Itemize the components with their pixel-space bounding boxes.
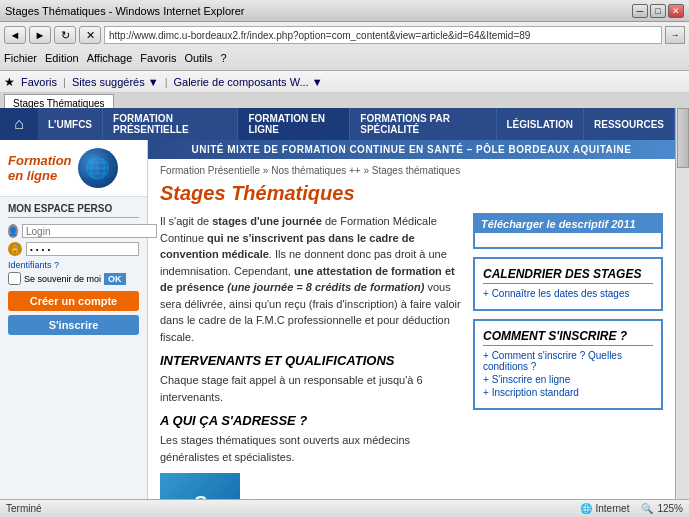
descriptif-header[interactable]: Télécharger le descriptif 2011 [475,215,661,233]
refresh-button[interactable]: ↻ [54,26,76,44]
login-row: 👤 [8,224,139,238]
remember-checkbox[interactable] [8,272,21,285]
breadcrumb: Formation Présentielle » Nos thématiques… [160,165,663,176]
inscrire-title: Comment s'inscrire ? [483,329,653,346]
nav-formations-specialite[interactable]: FORMATIONS PAR SPÉCIALITÉ [350,108,496,140]
scrollbar-thumb[interactable] [677,108,689,168]
inscrire-link2[interactable]: S'inscrire en ligne [483,374,653,385]
page-title: Stages Thématiques [160,182,663,205]
sidebar: Formation en ligne 🌐 Mon Espace Perso 👤 … [0,140,148,499]
maximize-button[interactable]: □ [650,4,666,18]
content-area: Unité Mixte de Formation Continue en San… [148,140,675,499]
content-left: Il s'agit de stages d'une journée de For… [160,213,463,499]
menu-fichier[interactable]: Fichier [4,52,37,64]
vertical-scrollbar[interactable] [675,108,689,499]
fav-sites[interactable]: Sites suggérés ▼ [72,76,159,88]
page-content: ⌂ L'UMFCS FORMATION PRÉSENTIELLE FORMATI… [0,108,675,499]
favorites-bar: ★ Favoris | Sites suggérés ▼ | Galerie d… [0,71,689,93]
home-nav-button[interactable]: ⌂ [0,108,38,140]
browser-toolbar: ◄ ► ↻ ✕ → Fichier Edition Affichage Favo… [0,22,689,71]
creer-compte-button[interactable]: Créer un compte [8,291,139,311]
intro-text: Il s'agit de stages d'une journée de For… [160,213,463,345]
stop-button[interactable]: ✕ [79,26,101,44]
sidebar-espace-perso: Mon Espace Perso 👤 🔒 •••• Identifiants ?… [0,197,147,341]
content-body: Il s'agit de stages d'une journée de For… [160,213,663,499]
nav-umfcs[interactable]: L'UMFCS [38,108,103,140]
logo-globe-icon: 🌐 [78,148,118,188]
sidebar-section-title: Mon Espace Perso [8,203,139,218]
fav-galerie[interactable]: Galerie de composants W... ▼ [174,76,323,88]
section1-title: Intervenants et qualifications [160,353,463,368]
content-header-strip: Unité Mixte de Formation Continue en San… [148,140,675,159]
user-icon: 👤 [8,224,18,238]
nav-formation-ligne[interactable]: FORMATION EN LIGNE [238,108,350,140]
right-box-descriptif: Télécharger le descriptif 2011 [473,213,663,249]
nav-ressources[interactable]: RESSOURCES [584,108,675,140]
remember-label: Se souvenir de moi [24,274,101,284]
nav-legislation[interactable]: LÉGISLATION [497,108,584,140]
calendrier-link[interactable]: Connaître les dates des stages [483,288,653,299]
password-row: 🔒 •••• [8,242,139,256]
calendrier-title: Calendrier des stages [483,267,653,284]
inscrire-link3[interactable]: Inscription standard [483,387,653,398]
logo-en-ligne: en ligne [8,168,72,183]
menu-bar: Fichier Edition Affichage Favoris Outils… [4,48,685,68]
fav-favoris[interactable]: Favoris [21,76,57,88]
address-input[interactable] [104,26,662,44]
section1-text: Chaque stage fait appel à un responsable… [160,372,463,405]
password-input[interactable]: •••• [26,242,139,256]
menu-favoris[interactable]: Favoris [140,52,176,64]
address-row: ◄ ► ↻ ✕ → [4,24,685,46]
sidebar-logo: Formation en ligne 🌐 [0,140,147,197]
zone-text: Internet [596,503,630,514]
go-button[interactable]: → [665,26,685,44]
stage-image: S [160,473,240,499]
forward-button[interactable]: ► [29,26,51,44]
ok-button[interactable]: OK [104,273,126,285]
zone-icon: 🌐 [580,503,592,514]
nav-formation-presentielle[interactable]: FORMATION PRÉSENTIELLE [103,108,238,140]
menu-help[interactable]: ? [221,52,227,64]
section2-text: Les stages thématiques sont ouverts aux … [160,432,463,465]
status-text: Terminé [6,503,42,514]
status-right: 🌐 Internet 🔍 125% [580,503,684,514]
home-icon: ⌂ [14,115,24,133]
top-nav: ⌂ L'UMFCS FORMATION PRÉSENTIELLE FORMATI… [0,108,675,140]
logo-formation: Formation [8,153,72,168]
logo-text: Formation en ligne [8,153,72,183]
title-bar: Stages Thématiques - Windows Internet Ex… [0,0,689,22]
right-box-calendrier: Calendrier des stages Connaître les date… [473,257,663,311]
main-layout: Formation en ligne 🌐 Mon Espace Perso 👤 … [0,140,675,499]
login-input[interactable] [22,224,157,238]
inscrire-link1[interactable]: Comment s'inscrire ? Quelles conditions … [483,350,653,372]
status-left: Terminé [6,503,42,514]
window-title: Stages Thématiques - Windows Internet Ex… [5,5,632,17]
window-controls[interactable]: ─ □ ✕ [632,4,684,18]
nav-links: L'UMFCS FORMATION PRÉSENTIELLE FORMATION… [38,108,675,140]
section2-title: A qui ça s'adresse ? [160,413,463,428]
minimize-button[interactable]: ─ [632,4,648,18]
status-bar: Terminé 🌐 Internet 🔍 125% [0,499,689,517]
sinscrire-button[interactable]: S'inscrire [8,315,139,335]
zoom-level: 🔍 [641,503,653,514]
menu-affichage[interactable]: Affichage [87,52,133,64]
right-box-inscrire: Comment s'inscrire ? Comment s'inscrire … [473,319,663,410]
back-button[interactable]: ◄ [4,26,26,44]
menu-outils[interactable]: Outils [184,52,212,64]
remember-row: Se souvenir de moi OK [8,272,139,285]
lock-icon: 🔒 [8,242,22,256]
content-right: Télécharger le descriptif 2011 Calendrie… [473,213,663,499]
menu-edition[interactable]: Edition [45,52,79,64]
close-button[interactable]: ✕ [668,4,684,18]
identifiants-link[interactable]: Identifiants ? [8,260,139,270]
zoom-text: 125% [657,503,683,514]
